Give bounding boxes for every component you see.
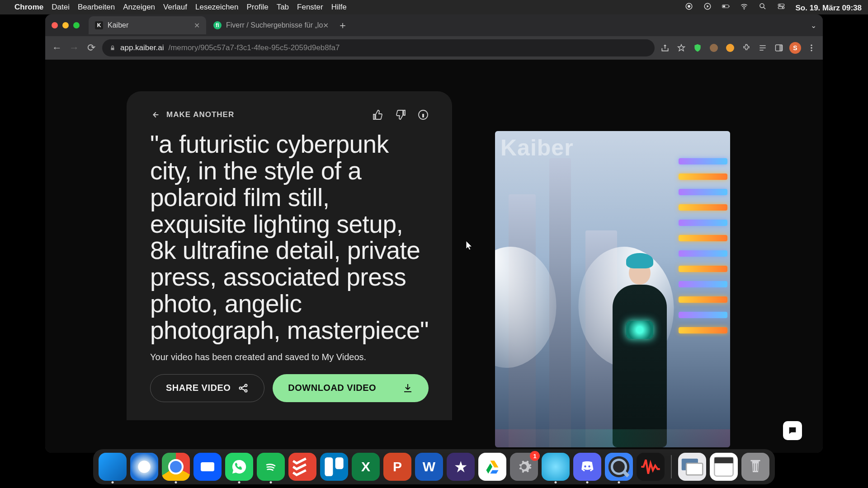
profile-avatar[interactable]: S: [789, 42, 801, 54]
chrome-window: K Kaiber ✕ fi Fiverr / Suchergebnisse fü…: [45, 14, 823, 453]
svg-point-14: [811, 45, 812, 46]
svg-rect-9: [778, 6, 784, 9]
extension-shield-icon[interactable]: [692, 42, 703, 54]
dock-todoist-icon[interactable]: [288, 453, 316, 481]
address-bar[interactable]: app.kaiber.ai/memory/905c57a7-f3c1-4fee-…: [102, 39, 655, 56]
dock-preview-stack-icon[interactable]: [678, 453, 706, 481]
window-minimize-icon[interactable]: [62, 22, 69, 28]
tab-fiverr[interactable]: fi Fiverr / Suchergebnisse für „lo ✕: [207, 16, 335, 34]
replay-icon[interactable]: [703, 2, 712, 10]
svg-rect-22: [325, 457, 333, 476]
svg-rect-29: [714, 457, 733, 463]
dock-whatsapp-icon[interactable]: [225, 453, 253, 481]
bookmark-star-icon[interactable]: [675, 42, 687, 54]
make-another-button[interactable]: MAKE ANOTHER: [150, 110, 234, 120]
tab-close-icon[interactable]: ✕: [323, 21, 329, 30]
svg-point-16: [811, 50, 812, 51]
menu-verlauf[interactable]: Verlauf: [163, 3, 187, 12]
tab-favicon-icon: K: [95, 21, 103, 29]
menu-anzeigen[interactable]: Anzeigen: [123, 3, 155, 12]
extension-dot1-icon[interactable]: [708, 42, 720, 54]
avatar-initial: S: [793, 44, 797, 52]
chat-widget-button[interactable]: [783, 421, 802, 440]
dock-discord-icon[interactable]: [573, 453, 601, 481]
dock-trash-icon[interactable]: [741, 453, 769, 481]
reading-list-icon[interactable]: [757, 42, 769, 54]
tab-close-icon[interactable]: ✕: [194, 21, 200, 30]
tab-strip: K Kaiber ✕ fi Fiverr / Suchergebnisse fü…: [45, 14, 823, 36]
dock-powerpoint-icon[interactable]: P: [383, 453, 411, 481]
wifi-icon[interactable]: [740, 2, 748, 10]
dock-separator: [671, 455, 672, 479]
new-tab-button[interactable]: ＋: [336, 19, 349, 32]
menu-tab[interactable]: Tab: [277, 3, 289, 12]
prompt-text: "a futuristic cyberpunk city, in the sty…: [150, 131, 429, 344]
video-preview[interactable]: Kaiber: [495, 131, 730, 447]
dock-imovie-icon[interactable]: ★: [447, 453, 475, 481]
spotlight-icon[interactable]: [759, 2, 767, 10]
window-fullscreen-icon[interactable]: [73, 22, 80, 28]
mouse-cursor-icon: [466, 240, 473, 250]
macos-dock: X P W ★ 1: [93, 449, 775, 484]
control-center-icon[interactable]: [777, 2, 785, 10]
svg-point-1: [688, 5, 690, 8]
settings-badge: 1: [530, 451, 540, 461]
window-close-icon[interactable]: [52, 22, 58, 28]
download-icon: [402, 383, 413, 394]
menu-lesezeichen[interactable]: Lesezeichen: [195, 3, 238, 12]
download-video-button[interactable]: DOWNLOAD VIDEO: [273, 374, 429, 402]
dock-finder-icon[interactable]: [99, 453, 127, 481]
menubar-app-name[interactable]: Chrome: [14, 3, 43, 12]
dock-trello-icon[interactable]: [320, 453, 348, 481]
extension-dot2-icon[interactable]: [724, 42, 736, 54]
dock-spotify-icon[interactable]: [257, 453, 285, 481]
svg-rect-5: [729, 5, 729, 7]
nav-back-button[interactable]: ←: [51, 42, 63, 54]
extensions-puzzle-icon[interactable]: [741, 42, 752, 54]
tab-kaiber[interactable]: K Kaiber ✕: [89, 16, 206, 34]
url-path: /memory/905c57a7-f3c1-4fee-95c5-2059d9eb…: [168, 43, 340, 52]
dock-audio-app-icon[interactable]: [637, 453, 665, 481]
thumbs-up-button[interactable]: [373, 109, 383, 120]
thumbs-down-button[interactable]: [395, 109, 406, 120]
share-video-button[interactable]: SHARE VIDEO: [150, 374, 264, 402]
feedback-row: [373, 109, 429, 120]
dock-safari-icon[interactable]: [130, 453, 158, 481]
dock-drive-icon[interactable]: [478, 453, 506, 481]
dock-documents-stack-icon[interactable]: [710, 453, 738, 481]
nav-forward-button[interactable]: →: [68, 42, 80, 54]
menubar-datetime[interactable]: So. 19. März 09:38: [796, 4, 862, 13]
dock-settings-icon[interactable]: 1: [510, 453, 538, 481]
nav-reload-button[interactable]: ⟳: [85, 42, 98, 54]
menu-hilfe[interactable]: Hilfe: [331, 3, 347, 12]
dock-chrome-icon[interactable]: [162, 453, 190, 481]
url-host: app.kaiber.ai: [120, 43, 164, 52]
dock-excel-icon[interactable]: X: [352, 453, 380, 481]
svg-point-6: [744, 8, 745, 9]
svg-rect-8: [778, 4, 784, 6]
menu-datei[interactable]: Datei: [52, 3, 70, 12]
dock-word-icon[interactable]: W: [415, 453, 443, 481]
chrome-menu-icon[interactable]: [806, 42, 817, 54]
side-panel-icon[interactable]: [773, 42, 785, 54]
share-page-icon[interactable]: [659, 42, 671, 54]
make-another-label: MAKE ANOTHER: [166, 110, 234, 119]
battery-icon[interactable]: [722, 2, 730, 10]
menu-bearbeiten[interactable]: Bearbeiten: [78, 3, 115, 12]
dock-zoom-icon[interactable]: [193, 453, 222, 481]
share-video-label: SHARE VIDEO: [166, 383, 231, 393]
status-text: Your video has been created and saved to…: [150, 352, 429, 362]
svg-rect-13: [779, 45, 783, 51]
menu-fenster[interactable]: Fenster: [297, 3, 323, 12]
svg-rect-23: [335, 457, 344, 469]
dock-quicktime-icon[interactable]: [605, 453, 633, 481]
svg-point-10: [779, 4, 780, 5]
info-button[interactable]: [418, 109, 429, 120]
tab-list-chevron-icon[interactable]: ⌄: [811, 21, 816, 30]
screen-record-icon[interactable]: [685, 2, 693, 10]
tab-title: Fiverr / Suchergebnisse für „lo: [226, 21, 323, 29]
svg-point-7: [760, 4, 764, 8]
page-content: MAKE ANOTHER "a futuristic cyberpunk cit…: [45, 60, 823, 453]
dock-app-generic-icon[interactable]: [542, 453, 570, 481]
menu-profile[interactable]: Profile: [246, 3, 268, 12]
